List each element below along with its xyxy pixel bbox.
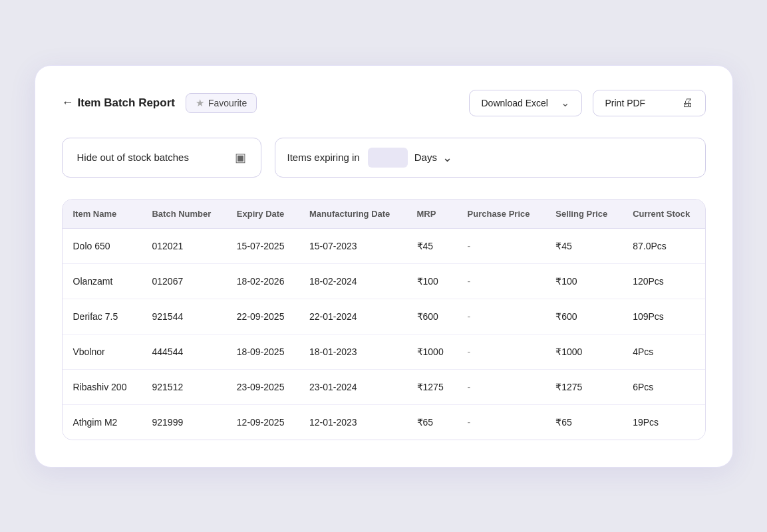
cell-mrp: ₹1275 [406,369,457,404]
cell-mfg_date: 22-01-2024 [299,299,406,334]
hide-stock-label: Hide out of stock batches [77,152,189,163]
table-header-row: Item Name Batch Number Expiry Date Manuf… [63,200,705,229]
col-selling-price: Selling Price [545,200,622,229]
cell-mrp: ₹1000 [406,334,457,369]
chevron-down-icon: ⌄ [561,96,569,109]
cell-batch_number: 921544 [141,299,226,334]
cell-batch_number: 012021 [141,228,226,263]
cell-purchase_price: - [457,299,545,334]
cell-mfg_date: 23-01-2024 [299,369,406,404]
favourite-label: Favourite [208,98,247,108]
cell-expiry_date: 23-09-2025 [226,369,299,404]
cell-mfg_date: 18-02-2024 [299,263,406,299]
cell-mrp: ₹65 [406,404,457,440]
col-mrp: MRP [406,200,457,229]
cell-purchase_price: - [457,334,545,369]
filter-row: Hide out of stock batches ▣ Items expiri… [62,138,706,178]
expiry-days-input[interactable] [368,148,408,168]
cell-current_stock: 109Pcs [622,299,704,334]
star-icon: ★ [196,97,204,109]
table-row: Vbolnor44454418-09-202518-01-2023₹1000-₹… [63,334,705,369]
cell-batch_number: 921512 [141,369,226,404]
cell-item_name: Vbolnor [63,334,142,369]
expiry-chevron-icon[interactable]: ⌄ [442,150,452,165]
cell-batch_number: 012067 [141,263,226,299]
back-button[interactable]: ← Item Batch Report [62,96,175,110]
print-pdf-button[interactable]: Print PDF 🖨 [593,90,706,116]
header-row: ← Item Batch Report ★ Favourite Download… [62,90,706,116]
col-current-stock: Current Stock [622,200,704,229]
col-expiry-date: Expiry Date [226,200,299,229]
cell-current_stock: 87.0Pcs [622,228,704,263]
expiry-filter: Items expiring in Days ⌄ [275,138,706,178]
cell-selling_price: ₹1275 [545,369,622,404]
cell-item_name: Olanzamt [63,263,142,299]
cell-selling_price: ₹1000 [545,334,622,369]
print-label: Print PDF [605,98,675,108]
cell-selling_price: ₹45 [545,228,622,263]
main-card: ← Item Batch Report ★ Favourite Download… [35,65,733,467]
cell-current_stock: 4Pcs [622,334,704,369]
col-mfg-date: Manufacturing Date [299,200,406,229]
cell-expiry_date: 15-07-2025 [226,228,299,263]
header-actions: Download Excel ⌄ Print PDF 🖨 [469,90,706,116]
cell-mrp: ₹600 [406,299,457,334]
favourite-button[interactable]: ★ Favourite [186,93,257,113]
cell-item_name: Athgim M2 [63,404,142,440]
cell-expiry_date: 12-09-2025 [226,404,299,440]
back-arrow-icon: ← [62,96,74,110]
table-row: Ribashiv 20092151223-09-202523-01-2024₹1… [63,369,705,404]
cell-selling_price: ₹65 [545,404,622,440]
download-label: Download Excel [482,98,554,108]
days-label: Days [414,152,437,163]
col-item-name: Item Name [63,200,142,229]
table-row: Olanzamt01206718-02-202618-02-2024₹100-₹… [63,263,705,299]
cell-expiry_date: 22-09-2025 [226,299,299,334]
cell-selling_price: ₹100 [545,263,622,299]
expiry-label: Items expiring in [287,152,360,163]
cell-expiry_date: 18-09-2025 [226,334,299,369]
cell-batch_number: 921999 [141,404,226,440]
cell-item_name: Ribashiv 200 [63,369,142,404]
cell-expiry_date: 18-02-2026 [226,263,299,299]
table-container: Item Name Batch Number Expiry Date Manuf… [62,199,706,440]
cell-purchase_price: - [457,404,545,440]
cell-mfg_date: 15-07-2023 [299,228,406,263]
cell-current_stock: 6Pcs [622,369,704,404]
cell-mfg_date: 12-01-2023 [299,404,406,440]
cell-purchase_price: - [457,369,545,404]
cell-batch_number: 444544 [141,334,226,369]
cell-mrp: ₹100 [406,263,457,299]
cell-mrp: ₹45 [406,228,457,263]
cell-item_name: Derifac 7.5 [63,299,142,334]
cell-purchase_price: - [457,263,545,299]
batch-report-table: Item Name Batch Number Expiry Date Manuf… [63,200,705,440]
cell-mfg_date: 18-01-2023 [299,334,406,369]
page-title: Item Batch Report [78,96,175,110]
col-purchase-price: Purchase Price [457,200,545,229]
table-row: Dolo 65001202115-07-202515-07-2023₹45-₹4… [63,228,705,263]
download-excel-button[interactable]: Download Excel ⌄ [469,90,582,116]
table-row: Athgim M292199912-09-202512-01-2023₹65-₹… [63,404,705,440]
cell-purchase_price: - [457,228,545,263]
col-batch-number: Batch Number [141,200,226,229]
archive-icon: ▣ [235,150,246,165]
cell-item_name: Dolo 650 [63,228,142,263]
printer-icon: 🖨 [682,96,693,110]
cell-current_stock: 19Pcs [622,404,704,440]
cell-selling_price: ₹600 [545,299,622,334]
cell-current_stock: 120Pcs [622,263,704,299]
table-row: Derifac 7.592154422-09-202522-01-2024₹60… [63,299,705,334]
hide-stock-button[interactable]: Hide out of stock batches ▣ [62,138,261,178]
